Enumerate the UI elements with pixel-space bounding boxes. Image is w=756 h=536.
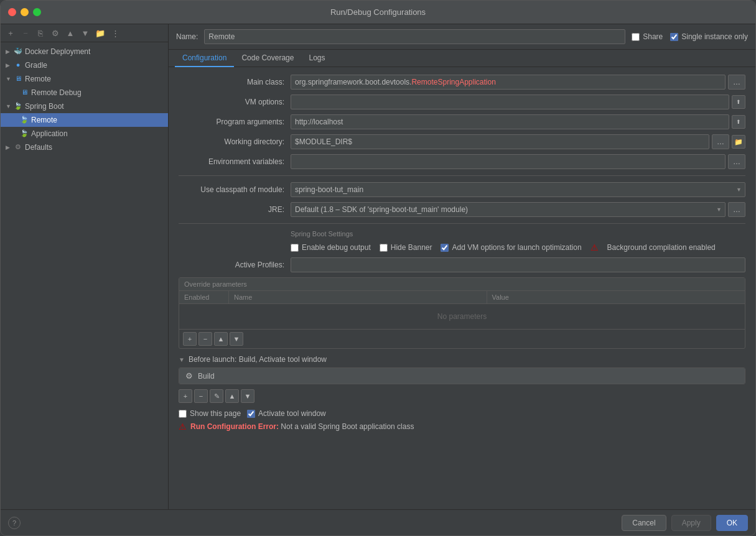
sidebar-item-gradle[interactable]: ▶ ● Gradle — [1, 58, 168, 72]
hide-banner-option[interactable]: Hide Banner — [380, 243, 432, 252]
copy-config-button[interactable]: ⎘ — [34, 27, 47, 39]
maximize-button[interactable] — [33, 8, 41, 16]
ok-button[interactable]: OK — [716, 515, 748, 531]
sidebar-item-remote-debug[interactable]: 🖥 Remote Debug — [1, 86, 168, 99]
folder-button[interactable]: 📁 — [94, 27, 106, 39]
main-class-label: Main class: — [179, 78, 291, 86]
move-up-button[interactable]: ▲ — [64, 27, 77, 39]
classpath-input-wrap: spring-boot-tut_main ▼ — [291, 182, 745, 197]
before-launch-down-button[interactable]: ▼ — [241, 389, 254, 403]
cancel-button[interactable]: Cancel — [622, 515, 666, 531]
bottom-left: ? — [8, 517, 21, 529]
tree-arrow-remote: ▼ — [6, 76, 13, 82]
close-button[interactable] — [8, 8, 16, 16]
minimize-button[interactable] — [21, 8, 29, 16]
env-vars-browse-button[interactable]: … — [728, 154, 745, 169]
program-args-input[interactable] — [291, 114, 729, 129]
tab-configuration[interactable]: Configuration — [175, 50, 234, 67]
override-add-button[interactable]: + — [183, 332, 197, 346]
share-label: Share — [643, 32, 663, 41]
jre-select[interactable]: Default (1.8 – SDK of 'spring-boot-tut_m… — [291, 202, 726, 217]
jre-browse-button[interactable]: … — [728, 202, 745, 217]
before-launch-up-button[interactable]: ▲ — [225, 389, 239, 403]
sidebar-item-docker-deployment[interactable]: ▶ 🐳 Docker Deployment — [1, 45, 168, 58]
override-down-button[interactable]: ▼ — [230, 332, 243, 346]
working-dir-ellipsis-button[interactable]: … — [712, 134, 729, 149]
tab-code-coverage[interactable]: Code Coverage — [234, 50, 301, 67]
activate-window-option[interactable]: Activate tool window — [247, 409, 326, 418]
main-class-input[interactable]: org.springframework.boot.devtools.Remote… — [291, 75, 726, 90]
activate-window-label: Activate tool window — [258, 409, 326, 418]
main-class-highlight: RemoteSpringApplication — [411, 78, 495, 86]
enable-debug-option[interactable]: Enable debug output — [291, 243, 371, 252]
before-launch-add-button[interactable]: + — [179, 389, 192, 403]
help-button[interactable]: ? — [8, 517, 21, 529]
traffic-lights — [8, 8, 41, 16]
jre-select-wrap: Default (1.8 – SDK of 'spring-boot-tut_m… — [291, 202, 726, 217]
override-remove-button[interactable]: − — [198, 332, 212, 346]
add-config-button[interactable]: + — [4, 27, 17, 39]
single-instance-label: Single instance only — [681, 32, 748, 41]
build-item-label: Build — [198, 372, 215, 381]
col-name: Name — [229, 291, 487, 303]
vm-options-label: VM options: — [179, 98, 291, 106]
vm-options-input[interactable] — [291, 95, 729, 109]
env-vars-input[interactable] — [291, 154, 726, 169]
sidebar-item-spring-boot[interactable]: ▼ 🍃 Spring Boot — [1, 99, 168, 113]
more-button[interactable]: ⋮ — [109, 27, 121, 39]
main-class-row: Main class: org.springframework.boot.dev… — [179, 75, 745, 90]
share-checkbox[interactable] — [632, 33, 640, 41]
remote-icon: 🖥 — [13, 75, 23, 83]
tabs: Configuration Code Coverage Logs — [169, 50, 755, 67]
sidebar-item-remote[interactable]: ▼ 🖥 Remote — [1, 72, 168, 86]
add-vm-options-option[interactable]: Add VM options for launch optimization — [441, 243, 581, 252]
sidebar-item-remote-sb[interactable]: 🍃 Remote — [1, 113, 168, 127]
enable-debug-checkbox[interactable] — [291, 244, 299, 252]
before-launch-header[interactable]: ▼ Before launch: Build, Activate tool wi… — [179, 355, 745, 364]
window-title: Run/Debug Configurations — [330, 7, 426, 17]
program-args-label: Program arguments: — [179, 118, 291, 126]
working-dir-input[interactable] — [291, 134, 709, 149]
sidebar-item-application[interactable]: 🍃 Application — [1, 127, 168, 141]
gradle-icon: ● — [13, 61, 23, 70]
add-vm-options-checkbox[interactable] — [441, 244, 449, 252]
tree-arrow-docker: ▶ — [6, 49, 13, 55]
working-dir-browse-button[interactable]: 📁 — [732, 135, 745, 149]
spring-boot-settings-row: Enable debug output Hide Banner Add VM o… — [179, 243, 745, 252]
defaults-icon: ⚙ — [13, 143, 23, 152]
activate-window-checkbox[interactable] — [247, 410, 255, 418]
hide-banner-checkbox[interactable] — [380, 244, 388, 252]
single-instance-checkbox[interactable] — [670, 33, 678, 41]
apply-button[interactable]: Apply — [671, 515, 711, 531]
classpath-select[interactable]: spring-boot-tut_main — [291, 182, 745, 197]
override-up-button[interactable]: ▲ — [214, 332, 228, 346]
remove-config-button[interactable]: − — [19, 27, 32, 39]
settings-button[interactable]: ⚙ — [49, 27, 62, 39]
program-args-row: Program arguments: ⬆ — [179, 114, 745, 129]
share-option[interactable]: Share — [632, 32, 663, 41]
show-page-option[interactable]: Show this page — [179, 409, 241, 418]
sidebar-item-label-defaults: Defaults — [25, 143, 52, 152]
sidebar-item-label-application: Application — [31, 129, 68, 138]
background-compilation-label: Background compilation enabled — [607, 243, 716, 252]
vm-options-expand-button[interactable]: ⬆ — [732, 95, 745, 109]
sidebar-item-defaults[interactable]: ▶ ⚙ Defaults — [1, 141, 168, 154]
move-down-button[interactable]: ▼ — [79, 27, 91, 39]
name-input[interactable] — [204, 29, 625, 44]
before-launch-edit-button[interactable]: ✎ — [210, 389, 223, 403]
main-class-browse-button[interactable]: … — [728, 75, 745, 90]
active-profiles-input-wrap — [291, 257, 745, 272]
program-args-expand-button[interactable]: ⬆ — [732, 115, 745, 129]
error-message: Not a valid Spring Boot application clas… — [281, 422, 414, 431]
jre-label: JRE: — [179, 205, 291, 214]
single-instance-option[interactable]: Single instance only — [670, 32, 748, 41]
application-icon: 🍃 — [19, 129, 29, 138]
main-class-prefix: org.springframework.boot.devtools. — [295, 78, 411, 86]
before-launch-remove-button[interactable]: − — [194, 389, 208, 403]
sidebar-item-label-remote-debug: Remote Debug — [31, 88, 82, 97]
show-page-checkbox[interactable] — [179, 410, 187, 418]
tab-logs[interactable]: Logs — [301, 50, 332, 67]
active-profiles-input[interactable] — [291, 257, 745, 272]
bottom-bar: ? Cancel Apply OK — [1, 509, 755, 535]
override-table-header: Enabled Name Value — [179, 291, 745, 304]
